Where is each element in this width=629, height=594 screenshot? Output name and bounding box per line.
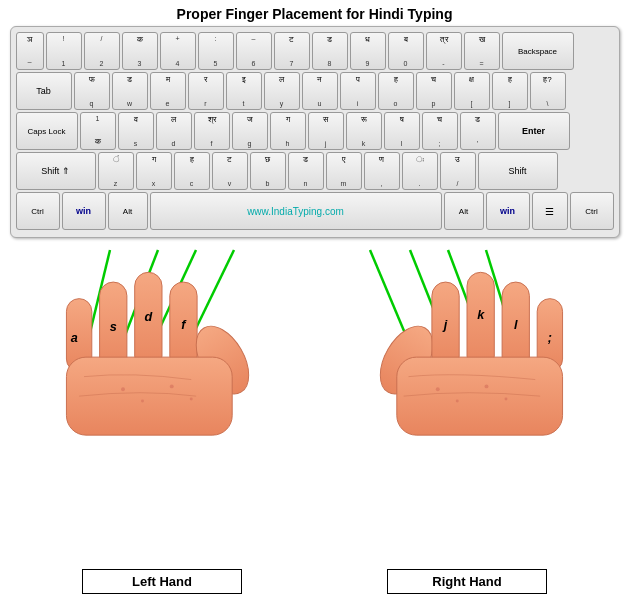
key-x: गx: [136, 152, 172, 190]
key-e: मe: [150, 72, 186, 110]
key-row-4: Shift ⇑ ंz गx हc टv छb डn एm ण, ः. उ/ Sh…: [16, 152, 614, 190]
key-minus: त्र-: [426, 32, 462, 70]
key-d: लd: [156, 112, 192, 150]
svg-text:l: l: [514, 318, 518, 332]
key-alt-left: Alt: [108, 192, 148, 230]
svg-text:d: d: [144, 310, 152, 324]
svg-point-34: [485, 384, 489, 388]
page-title: Proper Finger Placement for Hindi Typing: [177, 6, 453, 22]
key-4: +4: [160, 32, 196, 70]
key-row-2: Tab फq डw मe रr इt लy नu पi हo चp क्ष[ ह…: [16, 72, 614, 110]
key-a: 1क: [80, 112, 116, 150]
key-k: रूk: [346, 112, 382, 150]
key-0: ब0: [388, 32, 424, 70]
key-5: :5: [198, 32, 234, 70]
svg-text:k: k: [477, 308, 485, 322]
key-slash: उ/: [440, 152, 476, 190]
hands-area: a s d f Left Hand: [10, 240, 620, 594]
key-b: छb: [250, 152, 286, 190]
key-o: हo: [378, 72, 414, 110]
key-space: www.IndiaTyping.com: [150, 192, 442, 230]
main-container: Proper Finger Placement for Hindi Typing…: [0, 0, 629, 594]
key-capslock: Caps Lock: [16, 112, 78, 150]
key-alt-right: Alt: [444, 192, 484, 230]
key-backtick: ञ~: [16, 32, 44, 70]
left-hand-svg: a s d f: [42, 245, 282, 440]
key-backslash: ह?\: [530, 72, 566, 110]
key-y: लy: [264, 72, 300, 110]
key-n: डn: [288, 152, 324, 190]
key-7: ट7: [274, 32, 310, 70]
svg-text:s: s: [110, 320, 117, 334]
svg-point-18: [121, 387, 125, 391]
key-z: ंz: [98, 152, 134, 190]
svg-point-21: [190, 398, 193, 401]
key-win-right: win: [486, 192, 530, 230]
key-row-5: Ctrl win Alt www.IndiaTyping.com Alt win…: [16, 192, 614, 230]
svg-point-32: [436, 387, 440, 391]
svg-rect-13: [66, 357, 232, 435]
key-ctrl-right: Ctrl: [570, 192, 614, 230]
key-l: षl: [384, 112, 420, 150]
svg-text:;: ;: [548, 332, 552, 346]
key-bracket-l: क्ष[: [454, 72, 490, 110]
key-2: /2: [84, 32, 120, 70]
key-r: रr: [188, 72, 224, 110]
key-s: वs: [118, 112, 154, 150]
left-hand-section: a s d f Left Hand: [10, 240, 315, 594]
key-q: फq: [74, 72, 110, 110]
key-3: क3: [122, 32, 158, 70]
key-comma: ण,: [364, 152, 400, 190]
key-v: टv: [212, 152, 248, 190]
key-j: सj: [308, 112, 344, 150]
right-hand-svg: j k l ;: [347, 245, 587, 440]
svg-point-35: [505, 398, 508, 401]
keyboard: ञ~ !1 /2 क3 +4 :5 –6 ट7 ड8 ध9 ब0 त्र- ख=…: [10, 26, 620, 238]
key-9: ध9: [350, 32, 386, 70]
svg-point-19: [141, 400, 144, 403]
key-w: डw: [112, 72, 148, 110]
key-p: चp: [416, 72, 452, 110]
key-1: !1: [46, 32, 82, 70]
key-period: ः.: [402, 152, 438, 190]
key-m: एm: [326, 152, 362, 190]
right-hand-label: Right Hand: [387, 569, 547, 594]
left-hand-label: Left Hand: [82, 569, 242, 594]
key-bracket-r: ह]: [492, 72, 528, 110]
key-6: –6: [236, 32, 272, 70]
key-row-1: ञ~ !1 /2 क3 +4 :5 –6 ट7 ड8 ध9 ब0 त्र- ख=…: [16, 32, 614, 70]
key-shift-left: Shift ⇑: [16, 152, 96, 190]
key-menu: ☰: [532, 192, 568, 230]
key-shift-right: Shift: [478, 152, 558, 190]
key-t: इt: [226, 72, 262, 110]
key-enter: Enter: [498, 112, 570, 150]
key-ctrl-left: Ctrl: [16, 192, 60, 230]
key-g: जg: [232, 112, 268, 150]
key-plus: ख=: [464, 32, 500, 70]
svg-text:a: a: [71, 332, 78, 346]
key-quote: ड': [460, 112, 496, 150]
key-tab: Tab: [16, 72, 72, 110]
key-semicolon: च;: [422, 112, 458, 150]
right-hand-section: j k l ; Right Hand: [315, 240, 620, 594]
key-backspace: Backspace: [502, 32, 574, 70]
key-h: गh: [270, 112, 306, 150]
key-u: नu: [302, 72, 338, 110]
svg-point-20: [170, 384, 174, 388]
key-c: हc: [174, 152, 210, 190]
key-row-3: Caps Lock 1क वs लd श्रf जg गh सj रूk षl …: [16, 112, 614, 150]
svg-point-33: [456, 400, 459, 403]
key-f: श्रf: [194, 112, 230, 150]
key-i: पi: [340, 72, 376, 110]
key-8: ड8: [312, 32, 348, 70]
key-win-left: win: [62, 192, 106, 230]
